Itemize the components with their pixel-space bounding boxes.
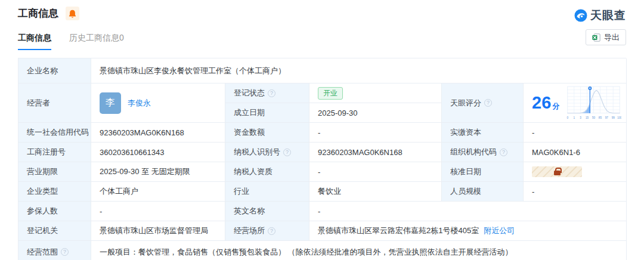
tianyancha-logo: 天眼查 xyxy=(574,7,626,23)
value-taxpayer-qualification: - xyxy=(309,162,442,182)
label-capital-amount: 资金数额 xyxy=(225,123,309,143)
value-taxpayer-id: 92360203MAG0K6N168 xyxy=(309,143,442,162)
label-approval-date: 核准日期 xyxy=(442,162,524,182)
label-reg-number: 工商注册号 xyxy=(18,143,91,162)
redacted-value-chip[interactable] xyxy=(532,166,582,177)
value-business-scope: 一般项目：餐饮管理，食品销售（仅销售预包装食品） （除依法须经批准的项目外，凭营… xyxy=(91,241,627,260)
value-company-type: 个体工商户 xyxy=(91,182,225,202)
label-establish-date: 成立日期 xyxy=(225,103,309,123)
label-staff-size: 人员规模 xyxy=(442,182,524,202)
tab-history-business-info[interactable]: 历史工商信息0 xyxy=(69,33,124,50)
business-site-address: 景德镇市珠山区翠云路宏伟嘉苑2栋1号楼405室 xyxy=(318,225,479,236)
help-icon[interactable] xyxy=(268,227,275,235)
tab-business-info[interactable]: 工商信息 xyxy=(18,33,51,50)
value-reg-authority: 景德镇市珠山区市场监督管理局 xyxy=(91,221,225,241)
value-establish-date: 2025-09-30 xyxy=(309,103,442,123)
nearby-companies-link[interactable]: 附近公司 xyxy=(484,225,515,236)
svg-text:15: 15 xyxy=(586,116,589,119)
label-business-scope: 经营范围 xyxy=(18,241,91,260)
operator-name-link[interactable]: 李俊永 xyxy=(128,98,151,109)
value-paid-in-capital: - xyxy=(524,123,627,143)
label-reg-authority: 登记机关 xyxy=(18,221,91,241)
label-credit-code: 统一社会信用代码 xyxy=(18,123,91,143)
label-taxpayer-qualification: 纳税人资质 xyxy=(225,162,309,182)
export-label: 导出 xyxy=(604,32,620,43)
svg-text:99: 99 xyxy=(612,116,615,119)
help-icon[interactable] xyxy=(268,89,275,97)
svg-text:97: 97 xyxy=(605,116,609,119)
svg-text:3: 3 xyxy=(580,116,581,119)
value-org-code: MAG0K6N1-6 xyxy=(524,143,627,162)
value-business-term: 2025-09-30 至 无固定期限 xyxy=(91,162,225,182)
label-industry: 行业 xyxy=(225,182,309,202)
help-icon[interactable] xyxy=(500,148,507,156)
score-number: 26分 xyxy=(532,94,559,112)
value-english-name: - xyxy=(309,202,627,221)
svg-text:100: 100 xyxy=(617,116,621,119)
svg-text:50: 50 xyxy=(592,116,596,119)
label-reg-status: 登记状态 xyxy=(225,83,309,103)
value-approval-date-redacted xyxy=(524,162,627,182)
svg-text:0: 0 xyxy=(566,116,568,119)
svg-text:1: 1 xyxy=(573,116,575,119)
label-insured-count: 参保人数 xyxy=(18,202,91,221)
value-reg-status: 开业 xyxy=(309,83,442,103)
value-staff-size: - xyxy=(524,182,627,202)
label-score: 天眼评分 xyxy=(442,83,524,123)
excel-icon xyxy=(592,33,600,42)
value-reg-number: 360203610661343 xyxy=(91,143,225,162)
panel-header: 工商信息 天眼查 xyxy=(0,0,644,23)
monitor-bell-button[interactable] xyxy=(66,7,79,20)
lock-icon xyxy=(554,171,561,175)
status-badge: 开业 xyxy=(318,87,343,100)
label-english-name: 英文名称 xyxy=(225,202,309,221)
value-credit-code: 92360203MAG0K6N168 xyxy=(91,123,225,143)
export-button[interactable]: 导出 xyxy=(586,29,626,45)
business-info-table: 企业名称 景德镇市珠山区李俊永餐饮管理工作室（个体工商户） 经营者 李 李俊永 … xyxy=(18,58,626,260)
logo-text: 天眼查 xyxy=(590,8,626,23)
tab-bar: 工商信息 历史工商信息0 导出 xyxy=(0,32,644,51)
label-company-type: 企业类型 xyxy=(18,182,91,202)
value-company-name: 景德镇市珠山区李俊永餐饮管理工作室（个体工商户） xyxy=(91,58,627,83)
value-industry: 餐饮业 xyxy=(309,182,442,202)
score-distribution-chart: 0 1 3 15 50 85 97 99 100 xyxy=(566,85,621,121)
label-paid-in-capital: 实缴资本 xyxy=(442,123,524,143)
help-icon[interactable] xyxy=(61,248,69,256)
operator-avatar[interactable]: 李 xyxy=(100,92,121,114)
help-icon[interactable] xyxy=(484,99,492,107)
label-operator: 经营者 xyxy=(18,83,91,123)
help-icon[interactable] xyxy=(283,148,291,156)
svg-text:85: 85 xyxy=(599,116,602,119)
tianyancha-logo-icon xyxy=(574,9,587,22)
label-org-code: 组织机构代码 xyxy=(442,143,524,162)
section-title: 工商信息 xyxy=(18,7,58,20)
label-company-name: 企业名称 xyxy=(18,58,91,83)
value-capital-amount: - xyxy=(309,123,442,143)
value-insured-count: - xyxy=(91,202,225,221)
label-business-term: 营业期限 xyxy=(18,162,91,182)
bell-icon xyxy=(69,10,76,18)
chart-x-axis-ticks: 0 1 3 15 50 85 97 99 100 xyxy=(566,116,621,119)
label-business-site: 经营场所 xyxy=(225,221,309,241)
value-score: 26分 xyxy=(524,83,627,123)
value-operator: 李 李俊永 xyxy=(91,83,225,123)
value-business-site: 景德镇市珠山区翠云路宏伟嘉苑2栋1号楼405室 附近公司 xyxy=(309,221,627,241)
business-info-panel: 工商信息 天眼查 工商信息 历史工商信息0 xyxy=(0,0,644,260)
label-taxpayer-id: 纳税人识别号 xyxy=(225,143,309,162)
